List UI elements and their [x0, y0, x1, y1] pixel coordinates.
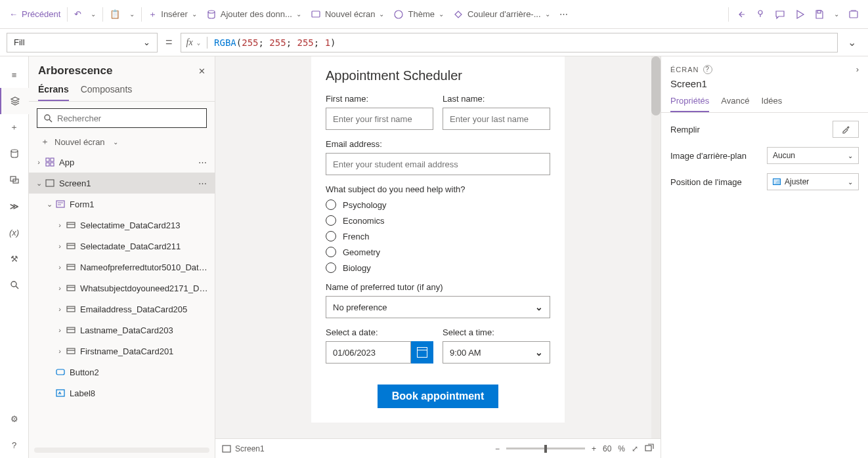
insert-button[interactable]: ＋ Insérer ⌄	[144, 4, 200, 25]
zoom-slider[interactable]	[506, 448, 585, 449]
svg-rect-15	[46, 180, 54, 186]
share-button[interactable]	[731, 4, 750, 25]
tree-panel: Arborescence ✕ Écrans Composants ＋ Nouve…	[29, 56, 215, 458]
tree-node-datacard[interactable]: ›Lastname_DataCard203	[29, 320, 215, 341]
expand-formula-button[interactable]: ⌄	[842, 36, 861, 49]
play-icon	[794, 9, 805, 20]
layers-icon	[10, 96, 20, 106]
rail-help[interactable]: ?	[0, 432, 29, 458]
tree-node-datacard[interactable]: ›Selectatime_DataCard213	[29, 215, 215, 236]
rail-flows[interactable]: ≫	[0, 193, 29, 219]
tutor-select[interactable]: No preference ⌄	[326, 296, 550, 318]
node-more-button[interactable]: ⋯	[196, 157, 209, 167]
rail-tools[interactable]: ⚒	[0, 245, 29, 272]
rail-variables[interactable]: (x)	[0, 219, 29, 245]
question-icon: ?	[12, 440, 16, 450]
node-more-button[interactable]: ⋯	[196, 178, 209, 188]
calendar-button[interactable]	[411, 341, 433, 364]
comments-button[interactable]	[771, 4, 789, 25]
prop-fill-picker[interactable]	[833, 121, 859, 138]
rail-settings[interactable]: ⚙	[0, 406, 29, 432]
h-scrollbar[interactable]	[34, 448, 209, 453]
subject-label: What subject do you need help with?	[326, 184, 550, 194]
svg-rect-4	[817, 10, 821, 13]
tree-node-screen1[interactable]: ⌄ Screen1 ⋯	[29, 173, 215, 194]
tree-node-label: Label8	[70, 388, 209, 398]
search-input[interactable]	[57, 114, 201, 123]
screen-icon	[311, 9, 321, 20]
prop-imgpos-label: Position de l'image	[670, 177, 742, 187]
book-button[interactable]: Book appointment	[378, 385, 498, 408]
popout-button[interactable]	[645, 444, 654, 453]
prop-bgimage-select[interactable]: Aucun ⌄	[767, 147, 859, 164]
props-expand-button[interactable]: ›	[856, 64, 859, 74]
property-selector[interactable]: Fill ⌄	[7, 33, 158, 52]
back-button[interactable]: ← Précédent	[5, 4, 64, 25]
rail-search[interactable]	[0, 272, 29, 298]
new-screen-button[interactable]: ＋ Nouvel écran ⌄	[29, 132, 215, 152]
close-panel-button[interactable]: ✕	[198, 66, 206, 76]
formula-input[interactable]: fx ⌄ RGBA(255; 255; 255; 1)	[181, 33, 838, 52]
svg-rect-26	[223, 446, 230, 452]
arrow-left-icon: ←	[9, 9, 18, 19]
paste-menu[interactable]: ⌄	[125, 4, 139, 25]
tab-screens[interactable]: Écrans	[38, 84, 69, 101]
undo-menu[interactable]: ⌄	[87, 4, 100, 25]
date-input[interactable]	[326, 341, 411, 364]
tree-search[interactable]	[37, 108, 207, 128]
rail-data[interactable]	[0, 140, 29, 167]
save-menu[interactable]: ⌄	[830, 4, 843, 25]
radio-option[interactable]: Biology	[326, 262, 550, 273]
info-icon[interactable]: ?	[703, 65, 712, 74]
tree-node-datacard[interactable]: ›Selectadate_DataCard211	[29, 236, 215, 257]
last-name-input[interactable]	[443, 108, 550, 130]
svg-rect-18	[67, 243, 75, 249]
rail-hamburger[interactable]: ≡	[0, 62, 29, 88]
tree-node-datacard[interactable]: ›Firstname_DataCard201	[29, 341, 215, 362]
formula-text: RGBA(255; 255; 255; 1)	[214, 37, 336, 48]
tree-node-button2[interactable]: Button2	[29, 362, 215, 383]
canvas-area: Appointment Scheduler First name: Last n…	[215, 56, 661, 458]
zoom-in-button[interactable]: +	[592, 444, 596, 453]
props-tab-properties[interactable]: Propriétés	[670, 96, 709, 112]
radio-option[interactable]: Geometry	[326, 247, 550, 257]
tree-node-label8[interactable]: Label8	[29, 383, 215, 404]
radio-icon	[326, 215, 336, 226]
radio-option[interactable]: French	[326, 231, 550, 241]
add-data-button[interactable]: Ajouter des donn... ⌄	[202, 4, 305, 25]
checker-button[interactable]	[751, 4, 770, 25]
zoom-out-button[interactable]: −	[495, 444, 500, 453]
time-select[interactable]: 9:00 AM ⌄	[443, 341, 550, 364]
tree-node-app[interactable]: › App ⋯	[29, 152, 215, 173]
prop-imgpos-select[interactable]: Ajuster ⌄	[767, 173, 859, 190]
rail-media[interactable]	[0, 167, 29, 193]
save-button[interactable]	[810, 4, 829, 25]
tree-node-datacard[interactable]: ›Emailaddress_DataCard205	[29, 299, 215, 320]
tab-components[interactable]: Composants	[81, 84, 133, 101]
app-canvas[interactable]: Appointment Scheduler First name: Last n…	[311, 56, 565, 423]
rail-tree[interactable]	[0, 88, 29, 114]
radio-option[interactable]: Economics	[326, 215, 550, 226]
rail-insert[interactable]: ＋	[0, 114, 29, 140]
first-name-input[interactable]	[326, 108, 433, 130]
prop-fill-label: Remplir	[670, 125, 700, 135]
tree-node-datacard[interactable]: ›Nameofpreferredtutor5010_DataCard	[29, 257, 215, 278]
popout-icon	[645, 444, 654, 451]
tree-node-form1[interactable]: ⌄ Form1	[29, 194, 215, 215]
paste-button[interactable]: 📋	[106, 4, 124, 25]
undo-button[interactable]: ↶	[70, 4, 85, 25]
overflow-button[interactable]: ⋯	[555, 4, 572, 25]
email-input[interactable]	[326, 153, 550, 175]
new-screen-button[interactable]: Nouvel écran ⌄	[307, 4, 389, 25]
new-screen-label: Nouvel écran	[54, 137, 105, 147]
v-scrollbar[interactable]	[651, 56, 661, 438]
props-tab-ideas[interactable]: Idées	[761, 96, 782, 112]
tree-node-datacard[interactable]: ›Whatsubjectdoyouneed2171_DataCard	[29, 278, 215, 299]
play-button[interactable]	[791, 4, 809, 25]
props-tab-advanced[interactable]: Avancé	[721, 96, 749, 112]
radio-option[interactable]: Psychology	[326, 199, 550, 210]
publish-button[interactable]	[844, 4, 863, 25]
fit-button[interactable]: ⤢	[632, 444, 638, 453]
bg-color-button[interactable]: Couleur d'arrière-... ⌄	[449, 4, 554, 25]
theme-button[interactable]: Thème ⌄	[389, 4, 447, 25]
